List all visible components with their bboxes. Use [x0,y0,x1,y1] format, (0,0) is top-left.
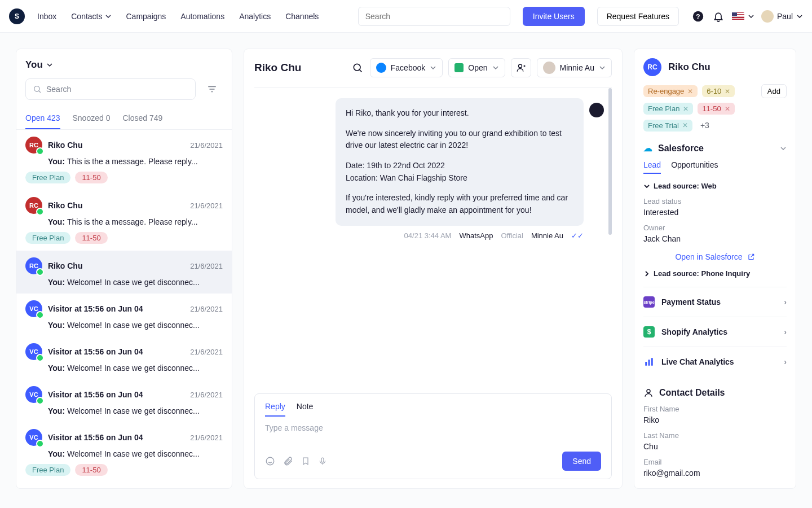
nav-channels[interactable]: Channels [285,12,319,21]
link-label: Open in Salesforce [675,252,742,261]
request-features-button[interactable]: Request Features [597,7,679,26]
conversation-tag: Free Plan [25,172,70,183]
inbox-tabs: Open 423 Snoozed 0 Closed 749 [16,106,232,129]
conversation-item[interactable]: VC Visitor at 15:56 on Jun 04 21/6/2021 … [16,294,232,336]
message-scroll-area[interactable]: Hi Riko, thank you for your interest. We… [254,88,612,393]
close-icon[interactable]: ✕ [725,105,730,113]
message-tag: Official [501,231,523,240]
bookmark-icon[interactable] [301,456,310,466]
locale-selector[interactable] [732,12,754,20]
global-search-input[interactable] [358,7,510,26]
conversation-item[interactable]: RC Riko Chu 21/6/2021 You: This is the a… [16,130,232,190]
message-meta: 04/21 3:44 AM WhatsApp Official Minnie A… [254,226,612,240]
chip-free-trial[interactable]: Free Trial✕ [643,120,692,132]
nav-automations[interactable]: Automations [180,12,224,21]
conversation-item[interactable]: VC Visitor at 15:56 on Jun 04 21/6/2021 … [16,379,232,422]
tab-closed[interactable]: Closed 749 [122,113,162,129]
inbox-filter-button[interactable] [201,78,223,100]
invite-users-button[interactable]: Invite Users [523,7,585,26]
compose-input[interactable]: Type a message [255,417,611,446]
conversation-avatar: VC [25,429,42,446]
chip-6-10[interactable]: 6-10✕ [702,85,735,97]
panel-label: Shopify Analytics [661,327,727,336]
nav-analytics[interactable]: Analytics [239,12,271,21]
tab-open[interactable]: Open 423 [25,113,60,129]
bell-icon[interactable] [712,10,725,23]
nav-contacts[interactable]: Contacts [71,12,111,21]
conversation-date: 21/6/2021 [190,141,223,150]
send-button[interactable]: Send [562,452,601,471]
svg-text:?: ? [696,12,700,20]
conversation-item[interactable]: VC Visitor at 15:56 on Jun 04 21/6/2021 … [16,336,232,379]
chevron-down-icon [780,145,787,152]
whatsapp-badge-icon [36,268,44,276]
chevron-right-icon: › [784,327,787,336]
conversation-preview: You: This is the a message. Please reply… [25,217,223,226]
whatsapp-badge-icon [36,311,44,319]
tab-snoozed[interactable]: Snoozed 0 [73,113,111,129]
close-icon[interactable]: ✕ [683,105,689,113]
close-icon[interactable]: ✕ [725,87,730,95]
field-label: Lead status [643,197,787,205]
panel-payment-status[interactable]: stripePayment Status› [643,287,787,317]
conversation-preview: You: Welcome! In case we get disconnec..… [25,278,223,287]
conversation-avatar: VC [25,300,42,317]
conversation-name: Riko Chu [48,261,184,270]
chip-more[interactable]: +3 [697,119,713,132]
chevron-right-icon: › [784,297,787,306]
conversation-date: 21/6/2021 [190,305,223,313]
chevron-down-icon [643,183,650,190]
chip-label: Re-engage [648,87,684,95]
conversation-search-button[interactable] [351,61,364,75]
chevron-down-icon [430,64,436,71]
conversation-preview: You: This is the a message. Please reply… [25,157,223,166]
scrollbar-thumb[interactable] [608,88,612,235]
conversation-item[interactable]: VC Visitor at 15:56 on Jun 04 21/6/2021 … [16,422,232,483]
svg-rect-7 [645,362,647,366]
accordion-label: Lead source: Web [654,182,717,190]
svg-rect-8 [648,360,650,366]
chip-11-50[interactable]: 11-50✕ [698,103,734,115]
add-tag-button[interactable]: Add [761,84,787,98]
compose-tab-note[interactable]: Note [297,402,314,417]
inbox-owner-selector[interactable]: You [25,59,223,71]
accordion-lead-source-phone[interactable]: Lead source: Phone Inquiry [643,269,787,278]
topbar: S Inbox Contacts Campaigns Automations A… [0,0,812,33]
field-value: riko@gmail.com [643,468,787,478]
whatsapp-badge-icon [36,208,44,216]
conversation-item[interactable]: RC Riko Chu 21/6/2021 You: This is the a… [16,190,232,251]
assignee-avatar [543,62,555,74]
panel-shopify-analytics[interactable]: $Shopify Analytics› [643,317,787,347]
status-selector[interactable]: Open [448,58,505,77]
subtab-opportunities[interactable]: Opportunities [671,160,718,174]
channel-selector[interactable]: Facebook [370,58,443,77]
assignee-selector[interactable]: Minnie Au [537,58,612,77]
channel-label: Facebook [391,63,425,72]
inbox-search[interactable]: Search [25,78,196,100]
attachment-icon[interactable] [283,456,293,466]
emoji-icon[interactable] [265,456,275,466]
conversation-name: Riko Chu [48,201,184,210]
add-collaborator-button[interactable] [511,58,531,77]
conversation-item[interactable]: RC Riko Chu 21/6/2021 You: Welcome! In c… [16,251,232,294]
section-title: Contact Details [659,388,725,398]
accordion-lead-source-web[interactable]: Lead source: Web [643,182,787,190]
close-icon[interactable]: ✕ [682,121,688,129]
chevron-down-icon [748,13,754,20]
compose-tab-reply[interactable]: Reply [265,402,285,417]
help-icon[interactable]: ? [691,10,705,23]
chip-free-plan[interactable]: Free Plan✕ [643,103,693,115]
open-in-salesforce-link[interactable]: Open in Salesforce [643,252,787,261]
salesforce-toggle[interactable]: ☁Salesforce [643,143,787,154]
close-icon[interactable]: ✕ [687,87,693,95]
field-label: Email [643,458,787,466]
panel-livechat-analytics[interactable]: Live Chat Analytics› [643,347,787,376]
message-sender: Minnie Au [531,231,563,240]
chip-reengage[interactable]: Re-engage✕ [643,85,698,97]
nav-campaigns[interactable]: Campaigns [126,12,166,21]
user-menu[interactable]: Paul [761,10,803,23]
salesforce-section: ☁Salesforce Lead Opportunities Lead sour… [643,143,787,278]
nav-inbox[interactable]: Inbox [37,12,56,21]
subtab-lead[interactable]: Lead [643,160,661,174]
mic-icon[interactable] [318,456,327,466]
